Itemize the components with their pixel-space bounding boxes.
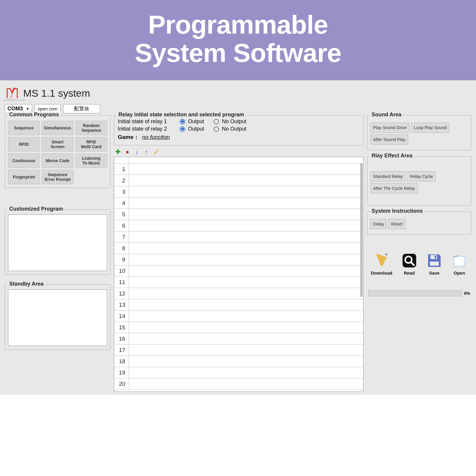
program-smart-screen[interactable]: Smart Screen [42,137,73,151]
list-row[interactable]: 5 [114,209,363,220]
row-number: 9 [114,254,129,265]
list-row[interactable]: 14 [114,311,363,322]
standard-relay-button[interactable]: Standard Relay [370,171,405,181]
play-sound-once-button[interactable]: Play Sound Once [370,123,409,133]
customized-program-area[interactable] [8,214,107,271]
row-number: 11 [114,277,129,288]
banner-line2: System Software [135,38,341,68]
list-row[interactable]: 17 [114,345,363,356]
sound-area-title: Sound Area [370,112,403,118]
list-row[interactable]: 1 [114,164,363,175]
list-row[interactable]: 6 [114,220,363,231]
reset-button[interactable]: Reset [389,219,405,229]
delay-button[interactable]: Delay [370,219,387,229]
row-number: 17 [114,345,129,356]
relay1-output-text: Output [188,118,204,125]
row-number: 8 [114,243,129,254]
row-number: 4 [114,198,129,209]
download-icon [374,253,390,269]
row-number: 5 [114,209,129,220]
row-number: 14 [114,311,129,322]
row-number: 16 [114,333,129,344]
program-list[interactable]: 1234567891011121314151617181920 [114,157,364,392]
open-icon [451,253,467,269]
row-number: 13 [114,299,129,310]
remove-icon[interactable]: ● [124,148,131,155]
save-button[interactable]: Save [426,253,442,275]
relay1-no-output-radio[interactable] [214,119,219,124]
program-rfid-multi-card[interactable]: RFID Multi Card [76,137,107,151]
row-number: 7 [114,231,129,242]
list-row[interactable]: 18 [114,356,363,367]
program-simultaneous[interactable]: Simultaneous [42,121,73,135]
game-value: no funciton [142,134,170,140]
read-button[interactable]: Read [401,253,417,275]
standby-area[interactable] [8,289,107,346]
common-programs-title: Common Programs [7,112,61,118]
list-row[interactable]: 3 [114,186,363,198]
progress-percent: 0% [464,291,470,296]
list-row[interactable]: 10 [114,265,363,277]
row-number: 3 [114,186,129,197]
list-row[interactable]: 16 [114,333,363,345]
row-number: 20 [114,378,129,389]
list-row[interactable]: 19 [114,367,363,378]
program-random-sequence[interactable]: Random Sequence [76,121,107,135]
row-number: 10 [114,265,129,276]
list-row[interactable]: 12 [114,288,363,299]
move-down-icon[interactable]: ↓ [134,148,140,155]
wand-icon[interactable] [153,148,159,155]
relay-cycle-button[interactable]: Relay Cycle [407,171,436,181]
app-logo: MYSTERIOUS STUDIO [5,86,20,101]
loop-play-sound-button[interactable]: Loop Play Sound [411,123,449,133]
list-row[interactable]: 9 [114,254,363,265]
relay2-label: Initial state of relay 2 [118,126,177,132]
relay1-no-output-text: No Output [222,118,246,125]
row-number: 1 [114,164,129,175]
relay2-output-text: Output [188,126,204,132]
svg-rect-6 [430,262,439,266]
program-fingerprint[interactable]: Fingerprint [8,170,40,184]
config-block-button[interactable]: 配置块 [63,104,100,113]
system-instructions-title: System Instructions [370,208,425,214]
row-number: 6 [114,220,129,231]
relay1-output-radio[interactable] [180,119,185,124]
banner-line1: Programmable [148,10,328,39]
program-rfid[interactable]: RFID [8,137,40,151]
list-row[interactable]: 4 [114,198,363,209]
list-row[interactable]: 20 [114,378,363,390]
program-sequence[interactable]: Sequence [8,121,40,135]
game-label: Game： [118,133,139,141]
list-row[interactable]: 2 [114,175,363,186]
add-icon[interactable]: ✚ [115,148,121,155]
program-morse-code[interactable]: Morse Code [42,154,73,168]
after-sound-play-button[interactable]: After Sound Play [370,134,408,145]
row-number: 19 [114,367,129,378]
svg-point-0 [157,149,159,151]
progress-bar [368,290,462,296]
program-sequence-error-prompt[interactable]: Sequence Error Prompt [42,170,73,184]
list-row[interactable]: 13 [114,299,363,311]
standby-area-title: Standby Area [7,281,45,287]
list-row[interactable]: 15 [114,322,363,333]
open-button[interactable]: Open [451,253,467,275]
list-row[interactable]: 11 [114,277,363,288]
program-listening-to-music[interactable]: Listening To Music [76,154,107,168]
list-row[interactable]: 7 [114,231,363,243]
customized-program-title: Customized Program [7,206,65,212]
scrollbar[interactable] [360,163,363,297]
list-row[interactable]: 8 [114,243,363,254]
after-cycle-relay-button[interactable]: After The Cycle Relay [370,183,418,193]
relay-panel-title: Relay initial state selection and select… [117,112,246,118]
move-up-icon[interactable]: ↑ [143,148,150,155]
row-number: 2 [114,175,129,186]
relay1-label: Initial state of relay 1 [118,118,177,125]
relay2-output-radio[interactable] [180,126,185,132]
relay2-no-output-text: No Output [222,126,246,132]
row-number: 12 [114,288,129,299]
program-continuous[interactable]: Continuous [8,154,40,168]
svg-rect-5 [435,256,436,259]
relay2-no-output-radio[interactable] [214,126,219,132]
download-button[interactable]: Download [371,253,392,275]
relay-effect-title: Rlay Effect Area [370,153,414,159]
